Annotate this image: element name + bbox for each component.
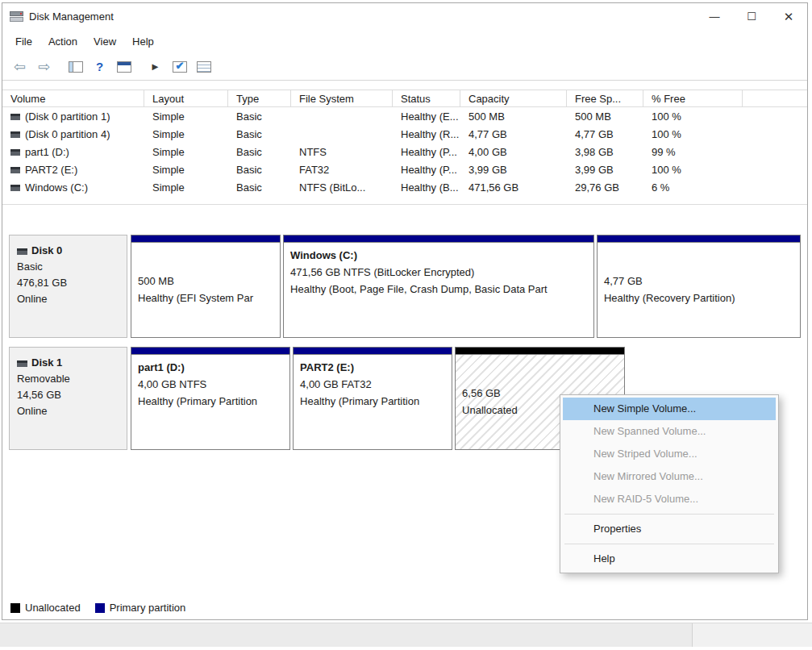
col-file-system[interactable]: File System bbox=[291, 90, 393, 106]
table-row[interactable]: Windows (C:) Simple Basic NTFS (BitLo...… bbox=[2, 178, 807, 196]
action-pane-icon bbox=[117, 61, 131, 73]
legend: Unallocated Primary partition bbox=[10, 602, 200, 614]
partition-status: Healthy (Primary Partition bbox=[300, 394, 445, 410]
partition-size: 4,00 GB FAT32 bbox=[300, 377, 445, 394]
show-console-tree-button[interactable] bbox=[65, 56, 86, 77]
cell-pct-free: 99 % bbox=[643, 146, 743, 158]
desktop-strip-divider bbox=[692, 623, 693, 647]
cell-type: Basic bbox=[228, 181, 291, 194]
partition-part1-d[interactable]: part1 (D:) 4,00 GB NTFS Healthy (Primary… bbox=[131, 347, 290, 450]
action-arrow-icon: ► bbox=[150, 60, 160, 73]
partition-status: Healthy (EFI System Par bbox=[138, 290, 273, 307]
desktop-strip bbox=[0, 623, 812, 647]
disk-kind: Removable bbox=[17, 371, 119, 387]
menu-item-new-mirrored-volume: New Mirrored Volume... bbox=[563, 465, 776, 488]
forward-button[interactable]: ⇨ bbox=[33, 56, 55, 77]
title-bar: Disk Management — ☐ ✕ bbox=[2, 3, 807, 30]
context-menu: New Simple Volume... New Spanned Volume.… bbox=[560, 394, 779, 573]
cell-layout: Simple bbox=[144, 128, 228, 140]
partition-status: Healthy (Boot, Page File, Crash Dump, Ba… bbox=[290, 281, 587, 298]
partition-color-bar bbox=[598, 235, 800, 243]
volume-list: Volume Layout Type File System Status Ca… bbox=[2, 90, 807, 196]
menu-item-new-raid5-volume: New RAID-5 Volume... bbox=[563, 488, 776, 510]
disk-name: Disk 0 bbox=[31, 244, 62, 256]
cell-volume: PART2 (E:) bbox=[25, 164, 77, 176]
disk-icon bbox=[17, 248, 27, 255]
table-row[interactable]: (Disk 0 partition 1) Simple Basic Health… bbox=[2, 107, 807, 125]
col-free-space[interactable]: Free Sp... bbox=[567, 90, 643, 106]
unallocated-legend-swatch bbox=[10, 603, 20, 613]
minimize-icon: — bbox=[710, 10, 720, 23]
menu-help[interactable]: Help bbox=[124, 33, 162, 51]
cell-pct-free: 100 % bbox=[643, 110, 743, 123]
partition-recovery[interactable]: 4,77 GB Healthy (Recovery Partition) bbox=[597, 235, 801, 338]
partition-part2-e[interactable]: PART2 (E:) 4,00 GB FAT32 Healthy (Primar… bbox=[293, 347, 452, 450]
cell-free-space: 3,98 GB bbox=[567, 146, 643, 158]
unallocated-color-bar bbox=[456, 348, 624, 355]
partition-title: part1 (D:) bbox=[138, 360, 283, 377]
disk0-info-panel[interactable]: Disk 0 Basic 476,81 GB Online bbox=[9, 235, 127, 338]
partition-efi[interactable]: 500 MB Healthy (EFI System Par bbox=[131, 235, 281, 338]
cell-layout: Simple bbox=[144, 181, 228, 194]
close-icon: ✕ bbox=[784, 10, 794, 24]
unallocated-legend-label: Unallocated bbox=[25, 602, 81, 614]
forward-icon: ⇨ bbox=[38, 60, 50, 74]
cell-type: Basic bbox=[228, 164, 291, 176]
col-layout[interactable]: Layout bbox=[144, 90, 228, 106]
cell-capacity: 500 MB bbox=[460, 110, 567, 123]
disk-kind: Basic bbox=[17, 259, 119, 275]
col-capacity[interactable]: Capacity bbox=[460, 90, 567, 106]
cell-file-system: FAT32 bbox=[291, 164, 393, 176]
cell-layout: Simple bbox=[144, 146, 228, 158]
table-row[interactable]: PART2 (E:) Simple Basic FAT32 Healthy (P… bbox=[2, 160, 807, 178]
volume-list-header: Volume Layout Type File System Status Ca… bbox=[2, 90, 807, 107]
disk1-info-panel[interactable]: Disk 1 Removable 14,56 GB Online bbox=[9, 347, 127, 450]
close-button[interactable]: ✕ bbox=[770, 3, 807, 30]
help-button[interactable]: ? bbox=[89, 56, 110, 77]
window-title: Disk Management bbox=[29, 10, 114, 23]
show-action-pane-button[interactable] bbox=[113, 56, 135, 77]
cell-volume: Windows (C:) bbox=[25, 181, 88, 194]
disk-management-app-icon bbox=[10, 11, 23, 22]
cell-file-system: NTFS (BitLo... bbox=[291, 181, 393, 194]
action-menu-button[interactable]: ► bbox=[144, 56, 166, 77]
primary-partition-legend-label: Primary partition bbox=[110, 602, 186, 614]
menu-item-new-simple-volume[interactable]: New Simple Volume... bbox=[563, 398, 776, 420]
maximize-button[interactable]: ☐ bbox=[733, 3, 770, 30]
cell-free-space: 3,99 GB bbox=[567, 164, 643, 176]
minimize-button[interactable]: — bbox=[696, 3, 733, 30]
check-disk-button[interactable]: ✔ bbox=[169, 56, 190, 77]
col-volume[interactable]: Volume bbox=[2, 90, 144, 106]
cell-type: Basic bbox=[228, 128, 291, 140]
table-row[interactable]: part1 (D:) Simple Basic NTFS Healthy (P.… bbox=[2, 143, 807, 160]
col-pct-free[interactable]: % Free bbox=[643, 90, 743, 106]
menu-file[interactable]: File bbox=[7, 33, 40, 51]
partition-title: Windows (C:) bbox=[290, 248, 587, 265]
partition-size: 4,00 GB NTFS bbox=[138, 377, 283, 394]
primary-partition-legend-swatch bbox=[95, 603, 105, 613]
partition-size: 471,56 GB NTFS (BitLocker Encrypted) bbox=[290, 265, 587, 281]
disk-size: 476,81 GB bbox=[17, 275, 119, 291]
menu-action[interactable]: Action bbox=[40, 33, 85, 51]
menu-item-properties[interactable]: Properties bbox=[563, 518, 776, 540]
partition-title: PART2 (E:) bbox=[300, 360, 445, 377]
col-filler bbox=[743, 90, 807, 106]
menu-view[interactable]: View bbox=[85, 33, 124, 51]
volume-icon bbox=[10, 114, 20, 120]
col-status[interactable]: Status bbox=[393, 90, 460, 106]
partition-color-bar bbox=[294, 348, 452, 355]
properties-button[interactable] bbox=[193, 56, 214, 77]
partition-windows-c[interactable]: Windows (C:) 471,56 GB NTFS (BitLocker E… bbox=[283, 235, 594, 338]
menu-item-help[interactable]: Help bbox=[563, 548, 776, 570]
volume-icon bbox=[10, 149, 20, 156]
toolbar: ⇦ ⇨ ? ► ✔ bbox=[2, 53, 807, 81]
cell-status: Healthy (P... bbox=[393, 146, 460, 158]
menu-item-new-striped-volume: New Striped Volume... bbox=[563, 443, 776, 465]
cell-free-space: 29,76 GB bbox=[567, 181, 643, 194]
back-button[interactable]: ⇦ bbox=[9, 56, 31, 77]
col-type[interactable]: Type bbox=[228, 90, 291, 106]
table-row[interactable]: (Disk 0 partition 4) Simple Basic Health… bbox=[2, 125, 807, 143]
partition-status: Healthy (Recovery Partition) bbox=[604, 290, 793, 307]
cell-pct-free: 6 % bbox=[643, 181, 743, 194]
cell-capacity: 4,00 GB bbox=[460, 146, 567, 158]
